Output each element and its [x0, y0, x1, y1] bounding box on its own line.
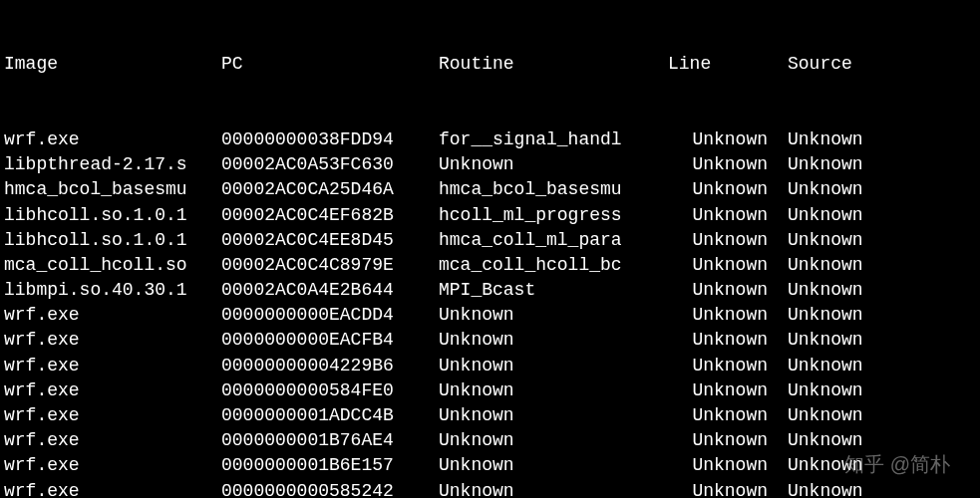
stack-row: wrf.exe0000000000584FE0UnknownUnknownUnk… [4, 378, 976, 403]
cell-line: Unknown [668, 453, 788, 478]
cell-source: Unknown [788, 479, 976, 498]
cell-pc: 00002AC0C4C8979E [221, 253, 439, 278]
cell-line: Unknown [668, 403, 788, 428]
header-row: Image PC Routine Line Source [4, 52, 976, 77]
cell-routine: Unknown [439, 328, 668, 353]
cell-image: wrf.exe [4, 403, 221, 428]
cell-source: Unknown [788, 328, 976, 353]
cell-routine: Unknown [439, 378, 668, 403]
cell-line: Unknown [668, 328, 788, 353]
cell-source: Unknown [788, 303, 976, 328]
cell-pc: 00002AC0A53FC630 [221, 152, 439, 177]
cell-routine: Unknown [439, 428, 668, 453]
cell-image: libhcoll.so.1.0.1 [4, 203, 221, 228]
cell-source: Unknown [788, 127, 976, 152]
cell-line: Unknown [668, 228, 788, 253]
stack-row: wrf.exe0000000001B6E157UnknownUnknownUnk… [4, 453, 976, 478]
cell-pc: 0000000000585242 [221, 479, 439, 498]
cell-source: Unknown [788, 453, 976, 478]
cell-source: Unknown [788, 354, 976, 378]
cell-pc: 0000000000EACFB4 [221, 328, 439, 353]
cell-pc: 00002AC0C4EF682B [221, 203, 439, 228]
cell-image: mca_coll_hcoll.so [4, 253, 221, 278]
cell-routine: Unknown [439, 479, 668, 498]
cell-image: wrf.exe [4, 428, 221, 453]
cell-source: Unknown [788, 177, 976, 202]
cell-image: libhcoll.so.1.0.1 [4, 228, 221, 253]
cell-line: Unknown [668, 253, 788, 278]
header-source: Source [788, 52, 976, 77]
cell-pc: 00002AC0C4EE8D45 [221, 228, 439, 253]
cell-routine: MPI_Bcast [439, 278, 668, 303]
cell-source: Unknown [788, 278, 976, 303]
cell-image: libpthread-2.17.s [4, 152, 221, 177]
cell-line: Unknown [668, 378, 788, 403]
cell-line: Unknown [668, 479, 788, 498]
cell-pc: 0000000000EACDD4 [221, 303, 439, 328]
cell-routine: mca_coll_hcoll_bc [439, 253, 668, 278]
cell-routine: hcoll_ml_progress [439, 203, 668, 228]
cell-line: Unknown [668, 152, 788, 177]
cell-routine: Unknown [439, 354, 668, 378]
cell-line: Unknown [668, 428, 788, 453]
cell-routine: Unknown [439, 303, 668, 328]
cell-line: Unknown [668, 303, 788, 328]
cell-source: Unknown [788, 152, 976, 177]
stack-row: wrf.exe0000000000EACDD4UnknownUnknownUnk… [4, 303, 976, 328]
cell-pc: 0000000001B6E157 [221, 453, 439, 478]
stack-row: wrf.exe0000000001B76AE4UnknownUnknownUnk… [4, 428, 976, 453]
cell-pc: 00000000038FDD94 [221, 127, 439, 152]
cell-line: Unknown [668, 354, 788, 378]
header-image: Image [4, 52, 221, 77]
cell-line: Unknown [668, 177, 788, 202]
cell-source: Unknown [788, 428, 976, 453]
terminal-output: Image PC Routine Line Source wrf.exe0000… [0, 0, 980, 498]
cell-pc: 0000000001ADCC4B [221, 403, 439, 428]
stack-row: wrf.exe00000000038FDD94for__signal_handl… [4, 127, 976, 152]
cell-pc: 0000000000584FE0 [221, 378, 439, 403]
stack-row: wrf.exe0000000000585242UnknownUnknownUnk… [4, 479, 976, 498]
cell-source: Unknown [788, 403, 976, 428]
stack-row: libhcoll.so.1.0.100002AC0C4EE8D45hmca_co… [4, 228, 976, 253]
cell-source: Unknown [788, 253, 976, 278]
cell-pc: 00002AC0A4E2B644 [221, 278, 439, 303]
cell-image: wrf.exe [4, 303, 221, 328]
stack-row: wrf.exe0000000001ADCC4BUnknownUnknownUnk… [4, 403, 976, 428]
header-pc: PC [221, 52, 439, 77]
stack-row: libhcoll.so.1.0.100002AC0C4EF682Bhcoll_m… [4, 203, 976, 228]
cell-line: Unknown [668, 127, 788, 152]
cell-image: wrf.exe [4, 328, 221, 353]
stack-row: libmpi.so.40.30.100002AC0A4E2B644MPI_Bca… [4, 278, 976, 303]
cell-routine: Unknown [439, 152, 668, 177]
cell-image: hmca_bcol_basesmu [4, 177, 221, 202]
cell-source: Unknown [788, 378, 976, 403]
cell-line: Unknown [668, 203, 788, 228]
cell-source: Unknown [788, 203, 976, 228]
stack-row: libpthread-2.17.s00002AC0A53FC630Unknown… [4, 152, 976, 177]
stack-row: mca_coll_hcoll.so00002AC0C4C8979Emca_col… [4, 253, 976, 278]
cell-image: wrf.exe [4, 127, 221, 152]
cell-image: wrf.exe [4, 354, 221, 378]
header-line: Line [668, 52, 788, 77]
cell-pc: 0000000001B76AE4 [221, 428, 439, 453]
stack-row: wrf.exe0000000000EACFB4UnknownUnknownUnk… [4, 328, 976, 353]
cell-routine: hmca_bcol_basesmu [439, 177, 668, 202]
cell-image: libmpi.so.40.30.1 [4, 278, 221, 303]
stack-row: wrf.exe00000000004229B6UnknownUnknownUnk… [4, 354, 976, 378]
cell-line: Unknown [668, 278, 788, 303]
cell-image: wrf.exe [4, 378, 221, 403]
cell-routine: Unknown [439, 453, 668, 478]
cell-routine: for__signal_handl [439, 127, 668, 152]
cell-pc: 00002AC0CA25D46A [221, 177, 439, 202]
stack-row: hmca_bcol_basesmu00002AC0CA25D46Ahmca_bc… [4, 177, 976, 202]
cell-image: wrf.exe [4, 453, 221, 478]
cell-routine: Unknown [439, 403, 668, 428]
cell-image: wrf.exe [4, 479, 221, 498]
header-routine: Routine [439, 52, 668, 77]
cell-source: Unknown [788, 228, 976, 253]
cell-pc: 00000000004229B6 [221, 354, 439, 378]
cell-routine: hmca_coll_ml_para [439, 228, 668, 253]
